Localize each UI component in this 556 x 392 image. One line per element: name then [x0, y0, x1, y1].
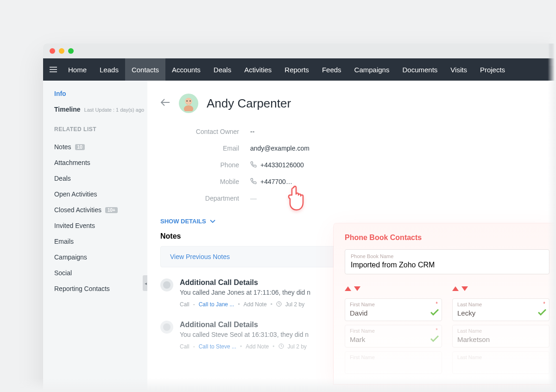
svg-point-8: [190, 101, 190, 101]
sidebar-timeline-update: Last Update : 1 day(s) ago: [84, 107, 145, 113]
sort-controls[interactable]: [452, 285, 550, 293]
first-name-field[interactable]: * First Name Mark: [345, 325, 442, 348]
phone-icon: [250, 178, 257, 186]
sidebar-item-label: Reporting Contacts: [54, 285, 110, 292]
sidebar-item-label: Invited Events: [54, 222, 95, 229]
required-icon: *: [543, 301, 545, 307]
show-details-label: SHOW DETAILS: [160, 218, 206, 225]
svg-point-5: [185, 98, 192, 105]
field-label: First Name: [350, 302, 437, 307]
sidebar-badge: 10: [75, 144, 85, 150]
nav-documents[interactable]: Documents: [396, 58, 444, 81]
field-label: Last Name: [457, 328, 544, 334]
phonebook-name-value: Imported from Zoho CRM: [351, 261, 543, 269]
first-name-field[interactable]: * First Name David: [345, 298, 442, 321]
sidebar-item-social[interactable]: Social: [54, 265, 147, 281]
sidebar-item-label: Social: [54, 269, 72, 277]
sidebar-timeline-label: Timeline: [54, 106, 81, 113]
nav-overflow-fade: [548, 44, 556, 66]
sidebar-item-label: Open Activities: [54, 190, 97, 198]
field-value: [457, 362, 544, 370]
field-value: [350, 362, 437, 370]
note-call-link[interactable]: Call to Jane ...: [199, 301, 234, 308]
clock-icon: [276, 301, 282, 308]
value-phone[interactable]: +44330126000: [250, 161, 304, 169]
sidebar-timeline[interactable]: Timeline Last Update : 1 day(s) ago: [54, 106, 147, 113]
phonebook-popup: Phone Book Contacts Phone Book Name Impo…: [334, 223, 556, 384]
sidebar: Info Timeline Last Update : 1 day(s) ago…: [43, 81, 147, 392]
sort-controls[interactable]: [345, 285, 442, 293]
sidebar-item-campaigns[interactable]: Campaigns: [54, 249, 147, 265]
note-add-link[interactable]: Add Note: [246, 343, 269, 350]
nav-accounts[interactable]: Accounts: [165, 58, 207, 81]
nav-contacts[interactable]: Contacts: [125, 58, 165, 81]
sidebar-item-notes[interactable]: Notes 10: [54, 139, 147, 155]
last-name-field[interactable]: Last Name: [452, 351, 550, 374]
sort-down-icon[interactable]: [461, 285, 468, 293]
sidebar-related-header: RELATED LIST: [54, 126, 147, 133]
window-titlebar: [43, 44, 556, 58]
note-add-link[interactable]: Add Note: [244, 301, 267, 308]
contact-name: Andy Carpenter: [207, 96, 291, 111]
svg-marker-12: [354, 286, 360, 291]
field-label: Last Name: [457, 354, 544, 360]
note-meta: Call- Call to Steve ... • Add Note • Jul…: [180, 343, 309, 350]
note-call-link[interactable]: Call to Steve ...: [199, 343, 236, 350]
sidebar-item-label: Closed Activities: [54, 206, 101, 214]
sidebar-item-open-activities[interactable]: Open Activities: [54, 186, 147, 202]
note-text: You called Jane Jones at 17:11:06, they …: [180, 289, 310, 296]
phonebook-name-label: Phone Book Name: [351, 253, 543, 259]
note-avatar: [160, 278, 173, 291]
label-mobile: Mobile: [174, 178, 250, 185]
label-contact-owner: Contact Owner: [174, 128, 250, 135]
phone-number: +44330126000: [260, 161, 304, 169]
field-value: Marketson: [457, 335, 544, 343]
last-name-field[interactable]: Last Name Marketson: [452, 325, 550, 348]
value-email[interactable]: andy@example.com: [250, 145, 310, 152]
contact-avatar: [179, 94, 198, 113]
window-minimize-icon[interactable]: [59, 48, 64, 54]
last-name-field[interactable]: * Last Name Lecky: [452, 298, 550, 321]
sidebar-item-deals[interactable]: Deals: [54, 171, 147, 186]
nav-deals[interactable]: Deals: [207, 58, 238, 81]
sidebar-item-reporting-contacts[interactable]: Reporting Contacts: [54, 281, 147, 297]
nav-home[interactable]: Home: [62, 58, 93, 81]
nav-leads[interactable]: Leads: [93, 58, 125, 81]
sidebar-item-invited-events[interactable]: Invited Events: [54, 218, 147, 234]
sidebar-item-emails[interactable]: Emails: [54, 234, 147, 249]
phone-icon: [250, 161, 257, 169]
first-name-field[interactable]: First Name: [345, 351, 442, 374]
required-icon: *: [436, 327, 438, 334]
svg-marker-11: [345, 286, 351, 291]
svg-marker-14: [461, 286, 468, 291]
sidebar-item-closed-activities[interactable]: Closed Activities 10+: [54, 202, 147, 218]
clock-icon: [278, 343, 284, 350]
nav-reports[interactable]: Reports: [278, 58, 316, 81]
sidebar-item-label: Campaigns: [54, 253, 87, 261]
window-maximize-icon[interactable]: [68, 48, 74, 54]
note-time: Jul 2 by: [285, 301, 304, 308]
sidebar-badge: 10+: [105, 207, 118, 213]
back-arrow-icon[interactable]: [160, 99, 171, 108]
nav-projects[interactable]: Projects: [474, 58, 512, 81]
phonebook-title: Phone Book Contacts: [345, 234, 550, 242]
note-tag: Call: [180, 343, 190, 350]
sort-up-icon[interactable]: [452, 285, 459, 293]
field-label: First Name: [350, 328, 437, 334]
nav-campaigns[interactable]: Campaigns: [348, 58, 396, 81]
sidebar-item-label: Emails: [54, 238, 74, 245]
window-close-icon[interactable]: [50, 48, 55, 54]
sort-down-icon[interactable]: [354, 285, 360, 293]
required-icon: *: [436, 301, 438, 307]
sidebar-info[interactable]: Info: [54, 90, 147, 97]
nav-visits[interactable]: Visits: [444, 58, 474, 81]
top-nav: Home Leads Contacts Accounts Deals Activ…: [43, 58, 556, 81]
phonebook-name-field[interactable]: Phone Book Name Imported from Zoho CRM: [345, 249, 550, 274]
nav-feeds[interactable]: Feeds: [316, 58, 348, 81]
nav-activities[interactable]: Activities: [238, 58, 278, 81]
value-department: —: [250, 195, 257, 202]
check-icon: [430, 335, 439, 344]
sidebar-item-attachments[interactable]: Attachments: [54, 155, 147, 171]
sort-up-icon[interactable]: [345, 285, 351, 293]
hamburger-icon[interactable]: [43, 67, 62, 72]
